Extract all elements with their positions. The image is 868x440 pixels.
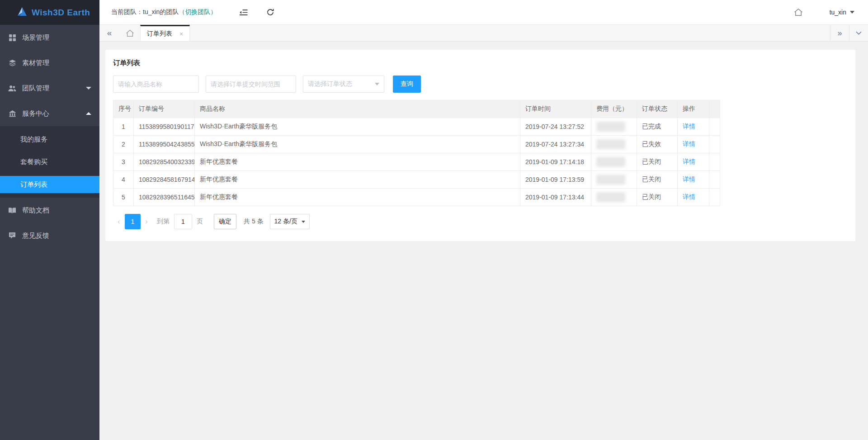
order-list-panel: 订单列表 请选择订单状态 查询 序号订单编 <box>105 50 855 241</box>
redacted-cost-blur <box>596 157 625 167</box>
total-count-label: 共 5 条 <box>244 218 264 226</box>
sidebar-subitem-label: 订单列表 <box>20 180 47 189</box>
cell-order-time: 2019-07-24 13:27:52 <box>520 118 591 136</box>
tab-close-icon[interactable]: × <box>179 31 183 37</box>
table-row: 31082928540032339969新年优惠套餐2019-01-09 17:… <box>113 153 720 171</box>
sidebar-item-label: 意见反馈 <box>22 232 49 240</box>
cell-cost <box>591 136 637 153</box>
cell-order-time: 2019-07-24 13:27:34 <box>520 136 591 153</box>
cell-filler <box>709 189 720 206</box>
redacted-cost-blur <box>596 175 625 185</box>
cell-action: 详情 <box>678 189 709 206</box>
cell-order-time: 2019-01-09 17:14:18 <box>520 153 591 171</box>
page-title: 订单列表 <box>113 56 848 76</box>
sidebar-item-label: 团队管理 <box>22 84 49 93</box>
sidebar-item-material-management[interactable]: 素材管理 <box>0 50 99 76</box>
sidebar-item-label: 场景管理 <box>22 33 49 42</box>
sidebar-item-help-docs[interactable]: 帮助文档 <box>0 198 99 223</box>
table-row: 51082928396511645697新年优惠套餐2019-01-09 17:… <box>113 189 720 206</box>
menu-fold-icon[interactable] <box>237 6 249 18</box>
column-header: 费用（元） <box>591 100 637 118</box>
cell-order-number: 1082928396511645697 <box>134 189 195 206</box>
home-icon[interactable] <box>793 6 804 18</box>
cell-order-status: 已关闭 <box>637 153 678 171</box>
goto-prefix-label: 到第 <box>157 218 170 226</box>
scene-grid-icon <box>8 33 16 42</box>
sidebar-nav: 场景管理 素材管理 <box>0 25 99 440</box>
sidebar-item-feedback[interactable]: 意见反馈 <box>0 223 99 248</box>
column-header: 订单编号 <box>134 100 195 118</box>
table-row: 11153899580190117889Wish3D·Earth豪华版服务包20… <box>113 118 720 136</box>
sidebar-subitem-package-purchase[interactable]: 套餐购买 <box>0 151 99 173</box>
table-row: 21153899504243855362Wish3D·Earth豪华版服务包20… <box>113 136 720 153</box>
cell-product-name: 新年优惠套餐 <box>195 153 520 171</box>
page-size-caret-icon <box>302 221 305 223</box>
app-title: Wish3D Earth <box>32 8 90 18</box>
cell-filler <box>709 136 720 153</box>
cell-filler <box>709 118 720 136</box>
sidebar-subitem-order-list[interactable]: 订单列表 <box>0 176 99 193</box>
switch-team-link[interactable]: （切换团队） <box>179 8 217 15</box>
sidebar: Wish3D Earth 场景管理 <box>0 0 99 440</box>
sidebar-subitem-my-services[interactable]: 我的服务 <box>0 128 99 151</box>
goto-confirm-button[interactable]: 确定 <box>214 214 236 229</box>
cell-order-number: 1082928458167914497 <box>134 171 195 189</box>
page-number-current[interactable]: 1 <box>125 214 141 229</box>
tabs-scroll-left-icon[interactable]: « <box>99 25 119 41</box>
user-caret-icon <box>850 11 854 14</box>
current-team-label: 当前团队：tu_xin的团队（切换团队） <box>111 8 217 16</box>
column-header: 序号 <box>113 100 134 118</box>
detail-link[interactable]: 详情 <box>683 158 695 165</box>
table-header-row: 序号订单编号商品名称订单时间费用（元）订单状态操作 <box>113 100 720 118</box>
service-center-icon <box>8 109 16 118</box>
sidebar-item-service-center[interactable]: 服务中心 <box>0 101 99 126</box>
sidebar-item-label: 帮助文档 <box>22 206 49 215</box>
detail-link[interactable]: 详情 <box>683 140 695 147</box>
column-header: 商品名称 <box>195 100 520 118</box>
tab-order-list[interactable]: 订单列表 × <box>140 25 190 41</box>
app-logo[interactable]: Wish3D Earth <box>0 0 99 25</box>
sidebar-item-scene-management[interactable]: 场景管理 <box>0 25 99 50</box>
order-status-select[interactable]: 请选择订单状态 <box>303 76 384 93</box>
table-row: 41082928458167914497新年优惠套餐2019-01-09 17:… <box>113 171 720 189</box>
tab-home-icon[interactable] <box>119 25 140 41</box>
cell-order-number: 1082928540032339969 <box>134 153 195 171</box>
chevron-up-icon <box>86 112 91 115</box>
order-status-placeholder: 请选择订单状态 <box>308 80 352 88</box>
column-header: 订单时间 <box>520 100 591 118</box>
page-size-select[interactable]: 12 条/页 <box>270 214 310 229</box>
cell-order-status: 已失效 <box>637 136 678 153</box>
sidebar-item-team-management[interactable]: 团队管理 <box>0 76 99 101</box>
time-range-input[interactable] <box>206 76 296 93</box>
refresh-icon[interactable] <box>264 6 276 18</box>
cell-index: 2 <box>113 136 134 153</box>
detail-link[interactable]: 详情 <box>683 193 695 200</box>
goto-page-input[interactable] <box>174 214 192 229</box>
tabs-more-icon[interactable] <box>849 25 868 41</box>
product-name-input[interactable] <box>113 76 199 93</box>
tabbar-controls: » <box>830 25 868 41</box>
cell-filler <box>709 171 720 189</box>
sidebar-item-label: 素材管理 <box>22 59 49 67</box>
help-doc-icon <box>8 206 16 214</box>
goto-suffix-label: 页 <box>197 218 203 226</box>
content-area: 订单列表 请选择订单状态 查询 序号订单编 <box>99 42 868 440</box>
tabs-scroll-right-icon[interactable]: » <box>830 25 849 41</box>
cell-order-status: 已关闭 <box>637 171 678 189</box>
chevron-down-icon <box>86 87 91 90</box>
cell-cost <box>591 118 637 136</box>
prev-page-icon[interactable]: ‹ <box>113 214 125 229</box>
search-button[interactable]: 查询 <box>393 76 421 93</box>
orders-table: 序号订单编号商品名称订单时间费用（元）订单状态操作 11153899580190… <box>113 100 720 206</box>
detail-link[interactable]: 详情 <box>683 175 695 183</box>
username-text: tu_xin <box>830 9 846 16</box>
column-header: 订单状态 <box>637 100 678 118</box>
next-page-icon[interactable]: › <box>141 214 152 229</box>
cell-filler <box>709 153 720 171</box>
detail-link[interactable]: 详情 <box>683 123 695 130</box>
cell-cost <box>591 153 637 171</box>
cell-action: 详情 <box>678 171 709 189</box>
user-menu[interactable]: tu_xin <box>830 9 854 16</box>
cell-order-number: 1153899504243855362 <box>134 136 195 153</box>
tab-label: 订单列表 <box>147 30 172 38</box>
